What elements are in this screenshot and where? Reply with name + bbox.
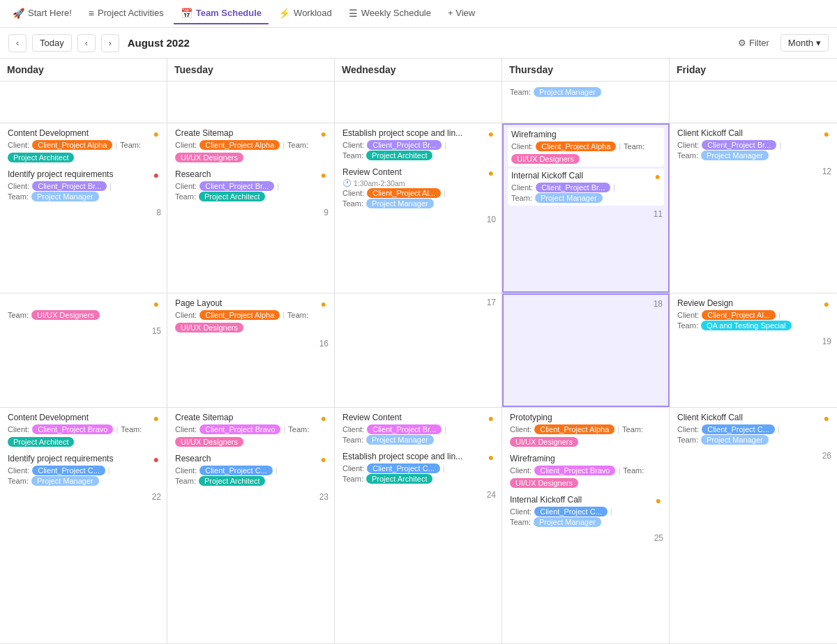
task-internal-kickoff-25[interactable]: Internal Kickoff Call ● Client: Client_P…	[506, 493, 665, 530]
status-dot: ●	[655, 171, 661, 182]
cell-0-3: Team: Project Manager	[502, 82, 670, 123]
cell-0-2	[335, 82, 502, 123]
task-content-dev-alpha[interactable]: Content Development ● Client: Client_Pro…	[4, 126, 163, 165]
task-pm-top[interactable]: Team: Project Manager	[506, 84, 665, 100]
client-label: Client:	[175, 141, 197, 149]
team-badge: UI/UX Designers	[175, 323, 243, 332]
nav-right-button[interactable]: ›	[101, 34, 119, 52]
day-header-friday: Friday	[670, 59, 837, 81]
task-title: Prototyping	[510, 413, 552, 422]
task-page-layout[interactable]: Page Layout ● Client: Client_Project Alp…	[172, 296, 330, 335]
cell-3-0: Content Development ● Client: Client_Pro…	[0, 408, 167, 643]
task-wireframing-25[interactable]: Wireframing Client: Client_Project Bravo…	[506, 452, 665, 491]
task-identify-req-c[interactable]: Identify project requirements ● Client: …	[4, 452, 163, 489]
client-badge: Client_Project Alpha	[536, 141, 616, 151]
task-title: Identify project requirements	[8, 454, 113, 463]
team-badge: Project Architect	[366, 151, 432, 160]
task-title: Content Development	[8, 413, 89, 422]
task-client-kickoff-26[interactable]: Client Kickoff Call ● Client: Client_Pro…	[674, 411, 833, 447]
status-dot: ●	[488, 413, 494, 424]
day-number: 17	[339, 296, 497, 310]
week-row-2: ● Team: UI/UX Designers 15 Page Layout ●	[0, 293, 837, 407]
day-number: 10	[339, 213, 497, 227]
tab-activities[interactable]: ≡ Project Activities	[82, 3, 171, 24]
calendar-grid: Monday Tuesday Wednesday Thursday Friday…	[0, 59, 837, 644]
task-research-c[interactable]: Research ● Client: Client_Project C... |…	[172, 452, 330, 489]
team-label: Team:	[623, 466, 644, 475]
today-button[interactable]: Today	[32, 34, 72, 52]
separator: |	[108, 466, 110, 475]
month-label: Month	[788, 38, 813, 48]
client-label: Client:	[8, 141, 29, 149]
team-label: Team:	[511, 194, 532, 202]
task-review-design[interactable]: Review Design ● Client: Client_Project A…	[674, 296, 833, 333]
cell-2-3: 18	[502, 293, 670, 406]
nav-left-button[interactable]: ‹	[77, 34, 96, 52]
status-dot: ●	[656, 495, 661, 506]
task-create-sitemap[interactable]: Create Sitemap ● Client: Client_Project …	[172, 126, 330, 165]
client-badge: Client_Project Alpha	[32, 140, 112, 150]
client-label: Client:	[175, 466, 197, 475]
current-date: August 2022	[128, 37, 732, 49]
team-label: Team:	[342, 436, 363, 444]
client-label: Client:	[510, 507, 531, 516]
cell-0-1	[167, 82, 335, 123]
clock-icon: 🕐	[342, 178, 352, 187]
team-label: Team:	[677, 436, 698, 444]
team-badge: Project Manager	[534, 87, 601, 97]
start-icon: 🚀	[13, 8, 24, 19]
team-badge: UI/UX Designers	[175, 153, 243, 162]
team-label: Team:	[287, 141, 308, 149]
day-number: 24	[339, 489, 497, 503]
separator: |	[283, 425, 285, 434]
task-title: Internal Kickoff Call	[510, 495, 582, 505]
task-wireframing-11[interactable]: Wireframing Client: Client_Project Alpha…	[508, 128, 664, 167]
separator: |	[778, 425, 780, 434]
task-client-kickoff-12[interactable]: Client Kickoff Call ● Client: Client_Pro…	[674, 126, 833, 163]
task-title: Content Development	[8, 128, 89, 138]
client-label: Client:	[677, 141, 699, 149]
task-establish-scope[interactable]: Establish project scope and lin... ● Cli…	[339, 126, 497, 163]
team-label: Team:	[342, 199, 363, 208]
tab-start[interactable]: 🚀 Start Here!	[6, 3, 79, 24]
task-identify-req-bravo[interactable]: Identify project requirements ● Client: …	[4, 167, 163, 204]
tab-view[interactable]: + View	[441, 3, 482, 24]
task-title: Internal Kickoff Call	[511, 171, 583, 181]
task-prototyping[interactable]: Prototyping Client: Client_Project Alpha…	[506, 411, 665, 450]
task-uiux-15[interactable]: ● Team: UI/UX Designers	[4, 296, 163, 323]
tab-weekly[interactable]: ☰ Weekly Schedule	[342, 3, 438, 24]
week-row-1: Content Development ● Client: Client_Pro…	[0, 123, 837, 293]
status-dot: ●	[321, 454, 326, 465]
view-month-button[interactable]: Month ▾	[781, 34, 829, 52]
task-create-sitemap-bravo[interactable]: Create Sitemap ● Client: Client_Project …	[172, 411, 330, 450]
client-label: Client:	[677, 425, 699, 434]
task-review-content-24[interactable]: Review Content ● Client: Client_Project …	[339, 411, 497, 447]
client-badge: Client_Project Bravo	[534, 466, 615, 475]
team-badge: Project Architect	[199, 476, 265, 486]
task-title: Research	[175, 454, 211, 463]
task-internal-kickoff-11[interactable]: Internal Kickoff Call ● Client: Client_P…	[508, 169, 664, 206]
team-badge: UI/UX Designers	[31, 310, 100, 320]
team-icon: 📅	[181, 8, 193, 19]
task-establish-scope-c[interactable]: Establish project scope and lin... ● Cli…	[339, 450, 497, 486]
cell-3-2: Review Content ● Client: Client_Project …	[335, 408, 502, 643]
day-number: 19	[674, 335, 833, 349]
client-label: Client:	[175, 311, 197, 319]
task-research[interactable]: Research ● Client: Client_Project Br... …	[172, 167, 330, 204]
task-title: Review Content	[342, 413, 402, 422]
weekly-icon: ☰	[349, 8, 358, 19]
team-label: Team:	[677, 151, 698, 160]
prev-period-button[interactable]: ‹	[8, 34, 27, 52]
team-label: Team:	[288, 425, 309, 434]
task-content-dev-bravo[interactable]: Content Development ● Client: Client_Pro…	[4, 411, 163, 450]
tab-weekly-label: Weekly Schedule	[361, 8, 431, 18]
team-label: Team:	[624, 142, 644, 151]
tab-team[interactable]: 📅 Team Schedule	[174, 3, 269, 24]
tab-workload[interactable]: ⚡ Workload	[271, 3, 339, 24]
day-number: 11	[508, 208, 664, 222]
filter-button[interactable]: ⚙ Filter	[738, 38, 769, 48]
task-review-content-10[interactable]: Review Content ● 🕐 1:30am-2:30am Client:…	[339, 165, 497, 211]
cell-1-1: Create Sitemap ● Client: Client_Project …	[167, 123, 335, 293]
team-badge: Project Manager	[701, 151, 769, 160]
cell-2-2: 17	[335, 293, 502, 406]
